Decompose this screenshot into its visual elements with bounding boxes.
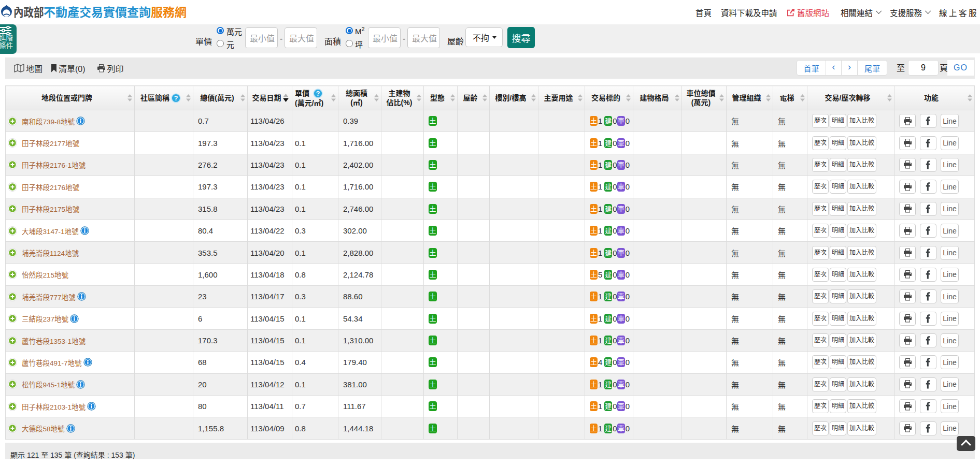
- svg-text:?: ?: [174, 94, 178, 101]
- svg-text:?: ?: [316, 90, 320, 97]
